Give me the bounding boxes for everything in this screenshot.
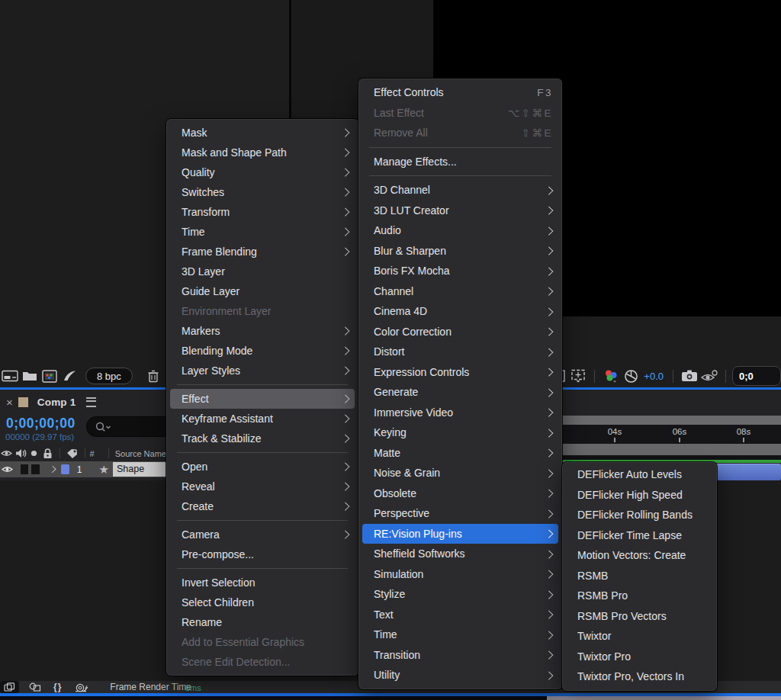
panel-menu-icon[interactable] (86, 397, 96, 407)
timeline-search-input[interactable] (86, 416, 175, 437)
menu-item-blending-mode[interactable]: Blending Mode (170, 341, 355, 361)
menu-item-environment-layer[interactable]: Environment Layer (170, 301, 355, 321)
menu-item-scene-edit-detection[interactable]: Scene Edit Detection... (170, 652, 355, 672)
menu-item-mask-and-shape-path[interactable]: Mask and Shape Path (170, 143, 355, 162)
menu-item-rsmb-pro-vectors[interactable]: RSMB Pro Vectors (566, 606, 713, 627)
snapshot-camera-icon[interactable] (680, 367, 699, 385)
menu-item-motion-vectors-create[interactable]: Motion Vectors: Create (566, 545, 713, 566)
time-navigator-bar[interactable] (534, 444, 781, 455)
render-time-snail-icon[interactable] (70, 681, 92, 693)
menu-item-last-effect[interactable]: Last Effect⌥⇧⌘E (362, 103, 558, 124)
transfer-controls-pane-toggle[interactable] (25, 681, 45, 693)
menu-item-invert-selection[interactable]: Invert Selection (170, 573, 355, 592)
layer-switches-pane-toggle[interactable] (0, 681, 19, 693)
menu-item-select-children[interactable]: Select Children (170, 592, 355, 612)
trash-icon[interactable] (143, 367, 163, 385)
menu-item-time[interactable]: Time (362, 625, 558, 645)
comp-tab-title[interactable]: Comp 1 (37, 397, 76, 408)
menu-item-generate[interactable]: Generate (362, 382, 558, 403)
label-tag-icon[interactable] (65, 447, 80, 460)
menu-item-channel[interactable]: Channel (362, 281, 558, 302)
lock-icon[interactable] (40, 447, 56, 460)
layer-label-swatch[interactable] (61, 464, 69, 474)
menu-item-manage-effects[interactable]: Manage Effects... (362, 152, 558, 172)
menu-item-distort[interactable]: Distort (362, 342, 558, 362)
menu-item-twixtor[interactable]: Twixtor (566, 626, 713, 647)
menu-item-sheffield-softworks[interactable]: Sheffield Softworks (362, 544, 558, 564)
menu-item-perspective[interactable]: Perspective (362, 503, 558, 524)
menu-item-keying[interactable]: Keying (362, 422, 558, 443)
comp-tab[interactable]: × Comp 1 (0, 392, 166, 412)
show-snapshot-eye-icon[interactable] (699, 367, 719, 385)
menu-item-deflicker-time-lapse[interactable]: DEFlicker Time Lapse (566, 525, 713, 546)
menu-item-keyframe-assistant[interactable]: Keyframe Assistant (170, 409, 355, 429)
video-eye-icon[interactable] (0, 447, 14, 460)
menu-item-effect-controls[interactable]: Effect ControlsF3 (362, 82, 558, 103)
exposure-value[interactable]: +0.0 (644, 371, 664, 382)
menu-item-re-vision-plug-ins[interactable]: RE:Vision Plug-ins (362, 524, 558, 544)
menu-item-audio[interactable]: Audio (362, 220, 558, 241)
menu-item-rename[interactable]: Rename (170, 612, 355, 632)
menu-item-pre-compose[interactable]: Pre-compose... (170, 544, 355, 564)
new-folder-icon[interactable] (20, 367, 40, 385)
menu-item-utility[interactable]: Utility (362, 665, 558, 686)
menu-item-expression-controls[interactable]: Expression Controls (362, 362, 558, 383)
layer-video-eye-icon[interactable] (0, 461, 14, 477)
column-source-name-header[interactable]: Source Name (115, 449, 166, 458)
choose-grid-guides-icon[interactable] (568, 367, 588, 385)
menu-item-obsolete[interactable]: Obsolete (362, 483, 558, 504)
menu-item-3d-channel[interactable]: 3D Channel (362, 180, 558, 201)
interpret-footage-icon[interactable] (0, 367, 20, 385)
solo-icon[interactable] (28, 447, 40, 460)
menu-item-simulation[interactable]: Simulation (362, 564, 558, 585)
menu-item-noise-grain[interactable]: Noise & Grain (362, 463, 558, 483)
menu-item-matte[interactable]: Matte (362, 443, 558, 464)
menu-item-color-correction[interactable]: Color Correction (362, 322, 558, 342)
menu-item-deflicker-auto-levels[interactable]: DEFlicker Auto Levels (566, 464, 713, 485)
menu-item-blur-sharpen[interactable]: Blur & Sharpen (362, 241, 558, 262)
exposure-aperture-icon[interactable] (621, 367, 641, 385)
horizontal-scrollbar-thumb[interactable] (547, 696, 781, 700)
layer-name-field[interactable]: Shape (113, 462, 166, 477)
color-depth-button[interactable]: 8 bpc (85, 368, 133, 384)
menu-item-frame-blending[interactable]: Frame Blending (170, 242, 355, 262)
menu-item-deflicker-rolling-bands[interactable]: DEFlicker Rolling Bands (566, 505, 713, 525)
menu-item-3d-lut-creator[interactable]: 3D LUT Creator (362, 201, 558, 221)
menu-item-rsmb-pro[interactable]: RSMB Pro (566, 586, 713, 606)
menu-item-reveal[interactable]: Reveal (170, 477, 355, 496)
layer-expander-icon[interactable] (50, 466, 56, 473)
layer-row[interactable]: 1 ★ Shape (0, 461, 166, 477)
layer-switch-box[interactable] (31, 464, 40, 474)
channel-rgb-icon[interactable] (601, 367, 621, 385)
timeline-top-scrollbar[interactable] (534, 416, 781, 425)
current-time-field[interactable]: 0;00;00;00 (6, 416, 76, 432)
menu-item-immersive-video[interactable]: Immersive Video (362, 403, 558, 423)
menu-item-twixtor-pro[interactable]: Twixtor Pro (566, 647, 713, 667)
menu-item-twixtor-pro-vectors-in[interactable]: Twixtor Pro, Vectors In (566, 666, 713, 687)
menu-item-stylize[interactable]: Stylize (362, 584, 558, 605)
menu-item-markers[interactable]: Markers (170, 321, 355, 341)
menu-item-effect[interactable]: Effect (170, 389, 355, 409)
close-tab-icon[interactable]: × (6, 396, 13, 409)
menu-item-mask[interactable]: Mask (170, 123, 355, 143)
menu-item-track-stabilize[interactable]: Track & Stabilize (170, 429, 355, 448)
column-number-header[interactable]: # (90, 449, 95, 458)
menu-item-transform[interactable]: Transform (170, 202, 355, 222)
menu-item-time[interactable]: Time (170, 222, 355, 242)
quill-icon[interactable] (59, 367, 79, 385)
menu-item-guide-layer[interactable]: Guide Layer (170, 281, 355, 301)
time-ruler[interactable]: 04s 06s 08s (534, 425, 781, 444)
new-composition-icon[interactable] (40, 367, 59, 385)
menu-item-create[interactable]: Create (170, 496, 355, 516)
menu-item-transition[interactable]: Transition (362, 645, 558, 666)
menu-item-add-to-essential-graphics[interactable]: Add to Essential Graphics (170, 632, 355, 652)
menu-item-cinema-4d[interactable]: Cinema 4D (362, 301, 558, 322)
viewer-timecode-field[interactable]: 0;0 (732, 366, 781, 386)
menu-item-quality[interactable]: Quality (170, 162, 355, 182)
menu-item-text[interactable]: Text (362, 605, 558, 625)
menu-item-open[interactable]: Open (170, 457, 355, 477)
menu-item-camera[interactable]: Camera (170, 525, 355, 544)
audio-speaker-icon[interactable] (14, 447, 29, 460)
menu-item-deflicker-high-speed[interactable]: DEFlicker High Speed (566, 485, 713, 506)
menu-item-remove-all[interactable]: Remove All⇧⌘E (362, 123, 558, 143)
